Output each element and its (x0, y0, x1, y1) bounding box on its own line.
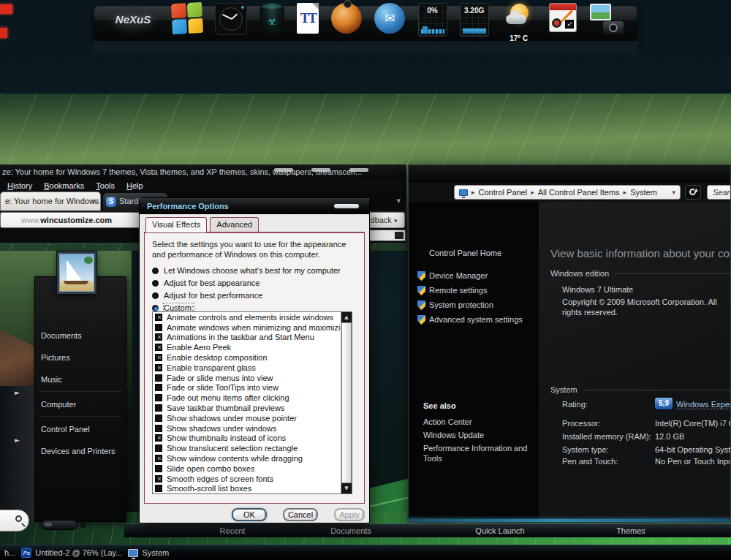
dock-tab-recent[interactable]: Recent (220, 526, 246, 535)
visual-effects-list[interactable]: Animate controls and elements inside win… (152, 311, 352, 494)
option-row[interactable]: Save taskbar thumbnail previews (153, 403, 352, 413)
font-file-icon[interactable]: TT (297, 3, 319, 34)
checkbox-icon[interactable] (155, 394, 162, 401)
sidebar-item-remote-settings[interactable]: Remote settings (429, 286, 487, 295)
thunderbird-icon[interactable]: ✉ (374, 3, 405, 34)
option-row[interactable]: Animate windows when minimizing and maxi… (153, 322, 352, 333)
option-row[interactable]: Show thumbnails instead of icons (153, 434, 352, 444)
radio-best-appearance[interactable]: Adjust for best appearance (152, 278, 260, 288)
radio-icon[interactable] (152, 305, 159, 311)
checkbox-icon[interactable] (155, 384, 162, 391)
start-search-box[interactable] (0, 510, 29, 531)
menu-help[interactable]: Help (126, 181, 143, 190)
user-avatar[interactable] (57, 251, 96, 294)
start-menu-item-computer[interactable]: Computer (41, 397, 123, 412)
checkbox-icon[interactable] (155, 324, 162, 331)
checkbox-icon[interactable] (155, 333, 162, 341)
sidebar-item-device-manager[interactable]: Device Manager (429, 271, 488, 280)
radio-icon[interactable] (152, 280, 159, 287)
option-row[interactable]: Animate controls and elements inside win… (153, 312, 352, 322)
checkbox-icon[interactable] (155, 444, 162, 452)
cpu-meter-icon[interactable]: 0% (418, 3, 447, 37)
screenshot-icon[interactable] (589, 3, 624, 37)
expand-arrow-icon[interactable]: ► (15, 436, 20, 444)
ok-button[interactable]: OK (232, 508, 267, 521)
sidebar-item-advanced-system-settings[interactable]: Advanced system settings (429, 315, 523, 324)
apply-button[interactable]: Apply (334, 508, 365, 521)
sidebar-item-system-protection[interactable]: System protection (429, 300, 493, 309)
checkbox-icon[interactable] (155, 465, 162, 472)
clock-icon[interactable] (215, 3, 247, 35)
start-menu-item-music[interactable]: Music (41, 372, 123, 387)
tab-close-icon[interactable]: × (92, 192, 96, 211)
shutdown-options-dot[interactable] (80, 523, 86, 528)
dock-tab-documents[interactable]: Documents (330, 526, 371, 535)
checkbox-icon[interactable] (155, 455, 162, 462)
scrollbar-thumb[interactable] (341, 322, 352, 483)
checkbox-icon[interactable] (155, 485, 162, 492)
breadcrumb-control-panel[interactable]: Control Panel (479, 188, 528, 197)
system-titlebar[interactable] (409, 165, 730, 183)
dock-tab-quick-launch[interactable]: Quick Launch (475, 526, 524, 535)
option-row[interactable]: Show window contents while dragging (153, 453, 352, 463)
breadcrumb-system[interactable]: System (630, 188, 657, 197)
task-calendar-icon[interactable]: ✓ (549, 3, 577, 32)
option-row[interactable]: Animations in the taskbar and Start Menu (153, 333, 352, 343)
browser-globe-icon[interactable] (331, 3, 362, 34)
scroll-up-icon[interactable]: ▲ (341, 312, 352, 322)
tab-list-caret-icon[interactable]: ▾ (396, 196, 401, 205)
recycle-bin-icon[interactable]: ☣ (260, 3, 284, 35)
sidebar-item-performance-info[interactable]: Performance Information and Tools (423, 443, 533, 463)
dock-tab-themes[interactable]: Themes (616, 526, 645, 535)
option-row[interactable]: Slide open combo boxes (153, 463, 352, 474)
search-input[interactable]: Search C (707, 185, 731, 200)
radio-icon[interactable] (152, 292, 159, 299)
option-row[interactable]: Smooth edges of screen fonts (153, 474, 352, 484)
menu-bookmarks[interactable]: Bookmarks (44, 181, 84, 190)
option-row[interactable]: Show shadows under windows (153, 423, 352, 434)
checkbox-icon[interactable] (155, 415, 162, 422)
breadcrumb-caret-icon[interactable]: ▾ (672, 189, 675, 196)
windows-logo-icon[interactable] (171, 2, 203, 34)
checkbox-icon[interactable] (155, 344, 162, 351)
start-menu-item-devices-printers[interactable]: Devices and Printers (41, 444, 123, 458)
checkbox-icon[interactable] (155, 404, 162, 412)
tab-visual-effects[interactable]: Visual Effects (145, 217, 207, 232)
ram-meter-icon[interactable]: 3.20G (460, 3, 489, 37)
nexus-dock-icon[interactable]: NeXuS (107, 3, 159, 35)
option-row[interactable]: Fade or slide menus into view (153, 373, 352, 383)
checkbox-icon[interactable] (155, 374, 162, 382)
option-row[interactable]: Enable Aero Peek (153, 342, 352, 352)
scrollbar[interactable]: ▲ ▼ (341, 312, 352, 493)
taskbar-overflow-item[interactable]: h... (4, 548, 15, 557)
option-row[interactable]: Enable desktop composition (153, 352, 352, 363)
option-row[interactable]: Enable transparent glass (153, 363, 352, 373)
weather-icon[interactable]: 17° C (501, 3, 537, 44)
option-row[interactable]: Show translucent selection rectangle (153, 443, 352, 453)
tab-advanced[interactable]: Advanced (210, 217, 259, 232)
menu-history[interactable]: History (7, 181, 32, 190)
radio-let-windows-choose[interactable]: Let Windows choose what's best for my co… (152, 265, 341, 276)
checkbox-icon[interactable] (155, 434, 162, 442)
windows-experience-link[interactable]: Windows Experie (676, 400, 731, 409)
sidebar-item-action-center[interactable]: Action Center (423, 417, 533, 427)
menu-tools[interactable]: Tools (96, 181, 115, 190)
breadcrumb-all-items[interactable]: All Control Panel Items (538, 188, 620, 197)
taskbar-item-system[interactable]: System (128, 548, 169, 557)
shutdown-button[interactable] (41, 520, 77, 530)
window-close-button[interactable] (349, 168, 368, 172)
scroll-down-icon[interactable]: ▼ (341, 483, 352, 493)
breadcrumb[interactable]: ▸ Control Panel ▸ All Control Panel Item… (454, 185, 681, 200)
checkbox-icon[interactable] (155, 364, 162, 371)
dialog-minimize-button[interactable] (334, 204, 359, 208)
expand-arrow-icon[interactable]: ► (15, 389, 20, 396)
window-maximize-button[interactable] (311, 168, 330, 172)
radio-icon[interactable] (152, 268, 159, 274)
refresh-button[interactable] (685, 185, 701, 200)
window-minimize-button[interactable] (274, 168, 293, 172)
checkbox-icon[interactable] (155, 354, 162, 361)
sidebar-item-control-panel-home[interactable]: Control Panel Home (429, 249, 501, 257)
checkbox-icon[interactable] (155, 475, 162, 483)
option-row[interactable]: Show shadows under mouse pointer (153, 413, 352, 423)
taskbar-item-photoshop[interactable]: Ps Untitled-2 @ 76% (Lay... (21, 548, 122, 558)
